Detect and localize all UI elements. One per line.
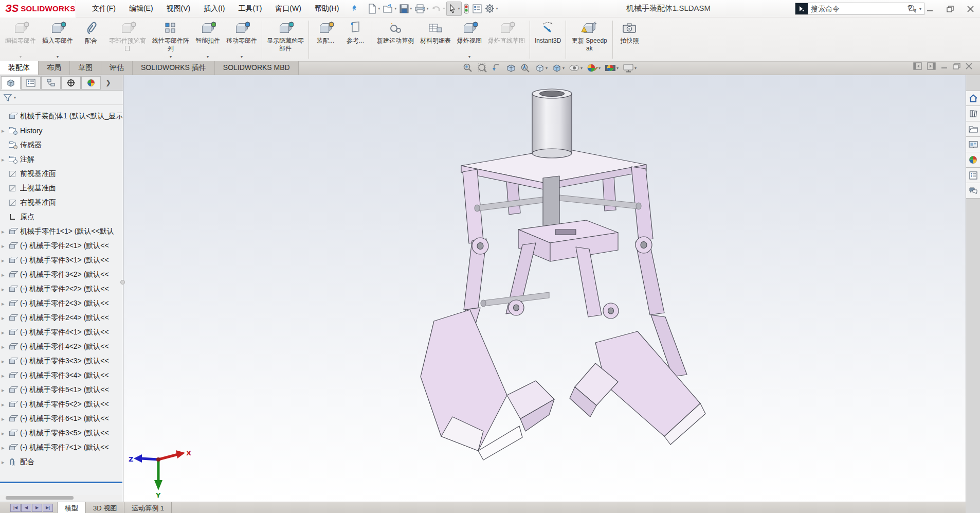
tree-item-history[interactable]: ▸ History: [0, 123, 122, 138]
tab-motion-study-1[interactable]: 运动算例 1: [124, 502, 172, 513]
tree-horizontal-scrollbar[interactable]: [0, 495, 122, 501]
display-style-icon[interactable]: ▾: [551, 62, 566, 74]
view-settings-icon[interactable]: ▾: [622, 62, 638, 74]
menu-window[interactable]: 窗口(W): [268, 0, 308, 17]
tab-solidworks-mbd[interactable]: SOLIDWORKS MBD: [215, 61, 299, 75]
scrollbar-thumb[interactable]: [6, 496, 74, 500]
tree-item-part[interactable]: ▸ (-) 机械手零件2<1> (默认<<: [0, 239, 122, 253]
rollback-bar[interactable]: [0, 482, 122, 483]
tree-item-part[interactable]: ▸ (-) 机械手零件7<1> (默认<<: [0, 440, 122, 455]
viewport-minimize-icon[interactable]: [941, 63, 948, 69]
view-palette-icon[interactable]: [966, 137, 980, 152]
dropdown-caret-icon[interactable]: ▾: [378, 6, 380, 11]
tree-item-right-plane[interactable]: 右视基准面: [0, 196, 122, 210]
dropdown-caret-icon[interactable]: ▾: [394, 6, 396, 11]
filter-caret-icon[interactable]: ▾: [14, 95, 16, 100]
search-flyout-icon[interactable]: [795, 3, 808, 14]
tree-item-part[interactable]: ▸ (-) 机械手零件2<4> (默认<<: [0, 311, 122, 325]
viewport-close-icon[interactable]: [966, 63, 972, 69]
tree-item-part[interactable]: ▸ (-) 机械手零件5<1> (默认<<: [0, 383, 122, 397]
menu-help[interactable]: 帮助(H): [308, 0, 346, 17]
instant3d-button[interactable]: Instant3D: [532, 19, 564, 60]
tree-item-origin[interactable]: 原点: [0, 210, 122, 224]
reference-geometry-button[interactable]: 参考...: [340, 19, 370, 60]
zoom-fit-icon[interactable]: [462, 62, 474, 74]
dropdown-caret-icon[interactable]: ▾: [443, 6, 445, 11]
open-button[interactable]: ▾: [382, 2, 398, 15]
tab-configuration-manager[interactable]: [41, 76, 61, 90]
custom-properties-icon[interactable]: [966, 168, 980, 183]
undo-button[interactable]: ▾: [430, 2, 446, 15]
tree-item-top-plane[interactable]: 上视基准面: [0, 181, 122, 196]
tree-item-part[interactable]: ▸ (-) 机械手零件3<2> (默认<<: [0, 268, 122, 282]
nav-previous-icon[interactable]: ◀: [21, 504, 31, 512]
tree-item-part[interactable]: ▸ (-) 机械手零件3<1> (默认<<: [0, 253, 122, 268]
menu-edit[interactable]: 编辑(E): [122, 0, 160, 17]
edit-appearance-icon[interactable]: ▾: [586, 62, 602, 74]
component-preview-button[interactable]: 零部件预览窗口: [106, 19, 149, 60]
filter-funnel-icon[interactable]: [3, 94, 12, 102]
print-button[interactable]: ▾: [413, 2, 430, 15]
mate-button[interactable]: 配合: [76, 19, 106, 60]
apply-scene-icon[interactable]: ▾: [604, 62, 620, 74]
design-library-icon[interactable]: [966, 106, 980, 121]
view-orientation-icon[interactable]: ▾: [534, 62, 549, 74]
close-button[interactable]: [964, 5, 977, 13]
menu-insert[interactable]: 插入(I): [197, 0, 231, 17]
bill-of-materials-button[interactable]: 材料明细表: [417, 19, 454, 60]
annotation-view-icon[interactable]: [519, 62, 532, 74]
nav-last-icon[interactable]: ▶|: [43, 504, 53, 512]
panel-expand-chevron-icon[interactable]: ❯: [105, 79, 111, 86]
take-snapshot-button[interactable]: 拍快照: [614, 19, 644, 60]
tree-item-part[interactable]: ▸ (-) 机械手零件2<2> (默认<<: [0, 282, 122, 296]
tree-item-mates[interactable]: ▸ 配合: [0, 455, 122, 469]
dropdown-caret-icon[interactable]: ▾: [496, 6, 498, 11]
help-button[interactable]: ? ▾: [908, 4, 916, 13]
tree-item-part[interactable]: ▸ (-) 机械手零件2<3> (默认<<: [0, 296, 122, 311]
exploded-view-button[interactable]: 爆炸视图▾: [454, 19, 485, 60]
tab-property-manager[interactable]: [21, 76, 41, 90]
tree-item-part[interactable]: ▸ (-) 机械手零件4<1> (默认<<: [0, 325, 122, 340]
minimize-button[interactable]: [923, 5, 936, 13]
home-icon[interactable]: [966, 91, 980, 106]
tab-solidworks-addins[interactable]: SOLIDWORKS 插件: [133, 61, 215, 75]
options-list-button[interactable]: [471, 2, 483, 15]
update-speedpak-button[interactable]: 更新 Speedpak: [568, 19, 611, 60]
linear-pattern-button[interactable]: 线性零部件阵列▾: [149, 19, 192, 60]
pin-menu-icon[interactable]: [351, 5, 358, 13]
new-motion-study-button[interactable]: 新建运动算例: [374, 19, 417, 60]
command-search-box[interactable]: ▾: [795, 3, 924, 15]
tab-feature-tree[interactable]: [1, 76, 21, 90]
tab-sketch[interactable]: 草图: [70, 61, 101, 75]
tab-3d-views[interactable]: 3D 视图: [86, 502, 124, 513]
tab-evaluate[interactable]: 评估: [101, 61, 133, 75]
menu-file[interactable]: 文件(F): [85, 0, 122, 17]
tree-item-annotations[interactable]: ▸ 注解: [0, 152, 122, 167]
tree-item-part[interactable]: ▸ (-) 机械手零件6<1> (默认<<: [0, 412, 122, 426]
collapse-left-pane-icon[interactable]: [913, 62, 922, 70]
tree-item-part[interactable]: ▸ 机械手零件1<1> (默认<<默认: [0, 224, 122, 239]
explode-line-sketch-button[interactable]: 爆炸直线草图: [485, 19, 528, 60]
search-input[interactable]: [808, 5, 908, 13]
tab-assembly[interactable]: 装配体: [0, 61, 39, 75]
edit-component-button[interactable]: 编辑零部件▾: [2, 19, 39, 60]
menu-tools[interactable]: 工具(T): [231, 0, 268, 17]
nav-next-icon[interactable]: ▶: [32, 504, 42, 512]
tab-layout[interactable]: 布局: [39, 61, 70, 75]
restore-button[interactable]: [943, 5, 957, 13]
tab-display-manager[interactable]: [81, 76, 101, 90]
forum-icon[interactable]: [966, 183, 980, 199]
settings-gear-button[interactable]: ▾: [483, 2, 499, 15]
tree-root-assembly[interactable]: 机械手装配体1 (默认<默认_显示: [0, 109, 122, 123]
zoom-area-icon[interactable]: [476, 62, 488, 74]
nav-first-icon[interactable]: |◀: [10, 504, 21, 512]
tree-item-part[interactable]: ▸ (-) 机械手零件4<2> (默认<<: [0, 340, 122, 354]
tab-dimxpert-manager[interactable]: [61, 76, 81, 90]
assembly-features-button[interactable]: 装配...: [311, 19, 340, 60]
tree-item-front-plane[interactable]: 前视基准面: [0, 167, 122, 181]
appearances-icon[interactable]: [966, 152, 980, 168]
move-component-button[interactable]: 移动零部件▾: [223, 19, 260, 60]
graphics-viewport[interactable]: X Y Z: [123, 75, 966, 502]
collapse-right-pane-icon[interactable]: [927, 62, 936, 70]
tree-item-part[interactable]: ▸ (-) 机械手零件3<3> (默认<<: [0, 354, 122, 368]
